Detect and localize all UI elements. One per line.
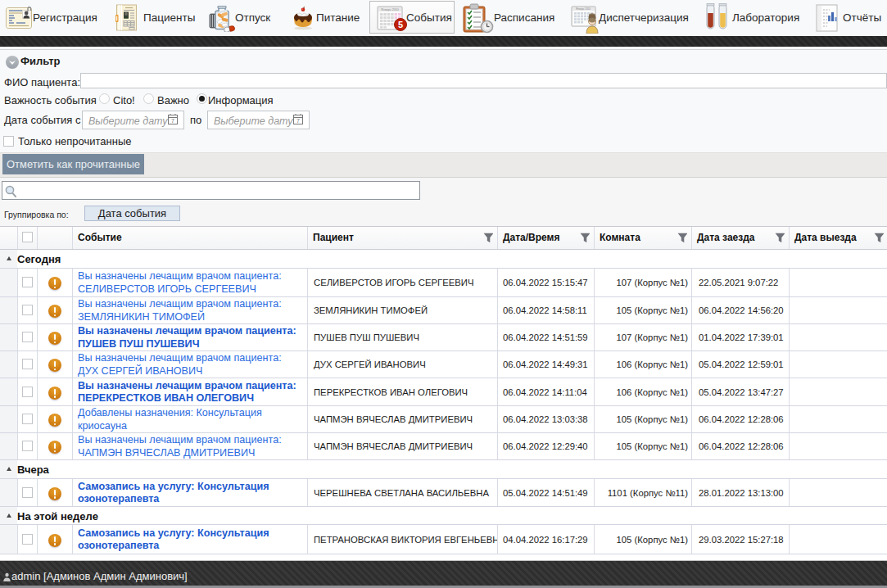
svg-text:7: 7 bbox=[296, 118, 300, 124]
svg-text:Январь 2010: Январь 2010 bbox=[576, 7, 591, 11]
svg-text:Январь 2010: Январь 2010 bbox=[381, 8, 398, 11]
svg-text:7: 7 bbox=[171, 118, 174, 124]
